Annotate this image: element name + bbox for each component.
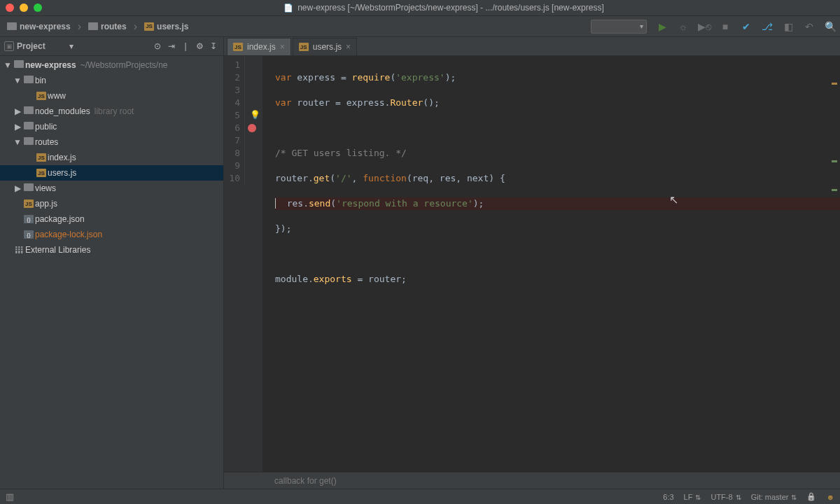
window-title-text: new-express [~/WebstormProjects/new-expr… bbox=[298, 3, 604, 13]
code-line[interactable]: }); bbox=[275, 223, 840, 235]
code-line[interactable] bbox=[275, 248, 840, 260]
twisty-icon[interactable]: ▶ bbox=[13, 183, 22, 193]
tree-index-js[interactable]: index.js bbox=[0, 150, 223, 165]
js-file-icon bbox=[144, 22, 154, 31]
line-number: 6 bbox=[224, 122, 244, 134]
tab-index-js[interactable]: index.js × bbox=[227, 38, 291, 55]
error-stripe[interactable] bbox=[832, 57, 839, 218]
tree-root[interactable]: ▼ new-express ~/WebstormProjects/ne bbox=[0, 57, 223, 73]
line-number: 5 bbox=[224, 109, 244, 122]
breakpoint-marker[interactable] bbox=[248, 124, 256, 132]
tree-external-libraries[interactable]: External Libraries bbox=[0, 242, 223, 258]
breadcrumb-dir[interactable]: routes bbox=[85, 20, 130, 33]
cursor-position[interactable]: 6:3 bbox=[663, 493, 673, 501]
tree-node-modules[interactable]: ▶ node_modules library root bbox=[0, 104, 223, 119]
json-file-icon bbox=[24, 230, 34, 239]
stop-icon[interactable]: ■ bbox=[720, 21, 731, 32]
folder-icon bbox=[88, 22, 98, 31]
lightbulb-icon[interactable]: 💡 bbox=[250, 110, 260, 120]
lock-icon[interactable] bbox=[806, 492, 816, 501]
code-line[interactable]: router.get('/', function(req, res, next)… bbox=[275, 172, 840, 185]
editor-tabs: index.js × users.js × bbox=[224, 37, 840, 56]
mouse-cursor: ↖ bbox=[669, 193, 678, 206]
code-area[interactable]: var express = require('express'); var ro… bbox=[262, 56, 840, 472]
run-toolbar: ▶ ☼ ▶⎋ ■ ✔ ⎇ ◧ ↶ 🔍 bbox=[657, 21, 836, 32]
library-icon bbox=[13, 244, 25, 255]
titlebar: new-express [~/WebstormProjects/new-expr… bbox=[0, 0, 840, 16]
tree-package-json[interactable]: package.json bbox=[0, 211, 223, 227]
tree-package-lock[interactable]: package-lock.json bbox=[0, 227, 223, 242]
tool-windows-icon[interactable] bbox=[6, 491, 14, 502]
run-icon[interactable]: ▶ bbox=[657, 21, 668, 32]
close-icon[interactable]: × bbox=[280, 42, 285, 52]
vcs-icon[interactable]: ⎇ bbox=[762, 21, 773, 32]
twisty-icon[interactable]: ▶ bbox=[13, 122, 22, 132]
maximize-window-button[interactable] bbox=[34, 4, 42, 12]
tree-app-js[interactable]: app.js bbox=[0, 196, 223, 211]
breadcrumb-root-label: new-express bbox=[20, 22, 71, 31]
coverage-icon[interactable]: ▶⎋ bbox=[699, 21, 710, 32]
gear-icon[interactable]: ⚙ bbox=[194, 41, 205, 51]
view-mode-dropdown-icon[interactable]: ▾ bbox=[69, 41, 74, 51]
divider-icon: | bbox=[180, 41, 191, 51]
code-line[interactable] bbox=[275, 122, 840, 134]
inspection-icon[interactable] bbox=[826, 493, 834, 501]
twisty-icon[interactable]: ▶ bbox=[13, 106, 22, 116]
code-line[interactable]: var router = express.Router(); bbox=[275, 97, 840, 109]
editor-body[interactable]: 1 2 3 4 5 6 7 8 9 10 💡 var express = req… bbox=[224, 56, 840, 472]
line-separator[interactable]: LF bbox=[684, 493, 701, 501]
history-icon[interactable]: ◧ bbox=[783, 21, 794, 32]
close-icon[interactable]: × bbox=[346, 42, 351, 52]
js-file-icon bbox=[36, 92, 46, 100]
project-tree[interactable]: ▼ new-express ~/WebstormProjects/ne ▼ bi… bbox=[0, 56, 223, 258]
code-line[interactable]: module.exports = router; bbox=[275, 273, 840, 286]
twisty-icon[interactable]: ▼ bbox=[13, 76, 22, 85]
run-config-select[interactable] bbox=[591, 20, 647, 34]
js-file-icon bbox=[36, 169, 46, 177]
tree-www[interactable]: www bbox=[0, 88, 223, 104]
gutter[interactable]: 1 2 3 4 5 6 7 8 9 10 💡 bbox=[224, 56, 262, 472]
tree-bin[interactable]: ▼ bin bbox=[0, 73, 223, 88]
line-numbers: 1 2 3 4 5 6 7 8 9 10 bbox=[224, 56, 245, 185]
project-header: ▣ Project ▾ ⊙ ⇥ | ⚙ ↧ bbox=[0, 37, 223, 56]
ok-marker[interactable] bbox=[832, 160, 837, 162]
git-branch[interactable]: Git: master bbox=[751, 493, 797, 501]
code-line-current[interactable]: res.send('respond with a resource'); bbox=[275, 197, 840, 210]
target-icon[interactable]: ⊙ bbox=[152, 41, 163, 51]
folder-icon bbox=[24, 106, 34, 116]
tree-label: www bbox=[48, 91, 66, 101]
folder-icon bbox=[24, 137, 34, 147]
tree-views[interactable]: ▶ views bbox=[0, 181, 223, 196]
chevron-right-icon bbox=[132, 20, 139, 33]
tree-root-label: new-express bbox=[25, 60, 76, 70]
line-number: 3 bbox=[224, 84, 244, 97]
minimize-window-button[interactable] bbox=[20, 4, 28, 12]
warning-marker[interactable] bbox=[832, 83, 837, 85]
tree-label: index.js bbox=[48, 153, 76, 162]
breadcrumb-root[interactable]: new-express bbox=[4, 20, 74, 33]
encoding[interactable]: UTF-8 bbox=[710, 493, 741, 501]
revert-icon[interactable]: ↶ bbox=[804, 21, 815, 32]
debug-icon[interactable]: ☼ bbox=[678, 21, 689, 32]
tree-users-js[interactable]: users.js bbox=[0, 165, 223, 181]
code-line[interactable]: /* GET users listing. */ bbox=[275, 147, 840, 160]
tree-label: package.json bbox=[35, 214, 85, 224]
breadcrumb-file[interactable]: users.js bbox=[141, 20, 191, 33]
tree-public[interactable]: ▶ public bbox=[0, 119, 223, 134]
tab-users-js[interactable]: users.js × bbox=[293, 38, 357, 55]
tree-label: External Libraries bbox=[25, 245, 90, 255]
code-line[interactable]: var express = require('express'); bbox=[275, 71, 840, 84]
close-window-button[interactable] bbox=[6, 4, 14, 12]
line-number: 10 bbox=[224, 172, 244, 185]
tool-window-indicator[interactable]: ▣ bbox=[4, 41, 14, 51]
editor-pane: index.js × users.js × 1 2 3 4 5 6 7 8 bbox=[224, 37, 840, 489]
tree-routes[interactable]: ▼ routes bbox=[0, 134, 223, 150]
hide-icon[interactable]: ↧ bbox=[208, 41, 219, 51]
ok-marker[interactable] bbox=[832, 189, 837, 191]
update-icon[interactable]: ✔ bbox=[741, 21, 752, 32]
twisty-icon[interactable]: ▼ bbox=[3, 60, 13, 70]
twisty-icon[interactable]: ▼ bbox=[13, 137, 22, 147]
line-number: 7 bbox=[224, 134, 244, 147]
search-icon[interactable]: 🔍 bbox=[825, 21, 836, 32]
collapse-icon[interactable]: ⇥ bbox=[166, 41, 177, 51]
